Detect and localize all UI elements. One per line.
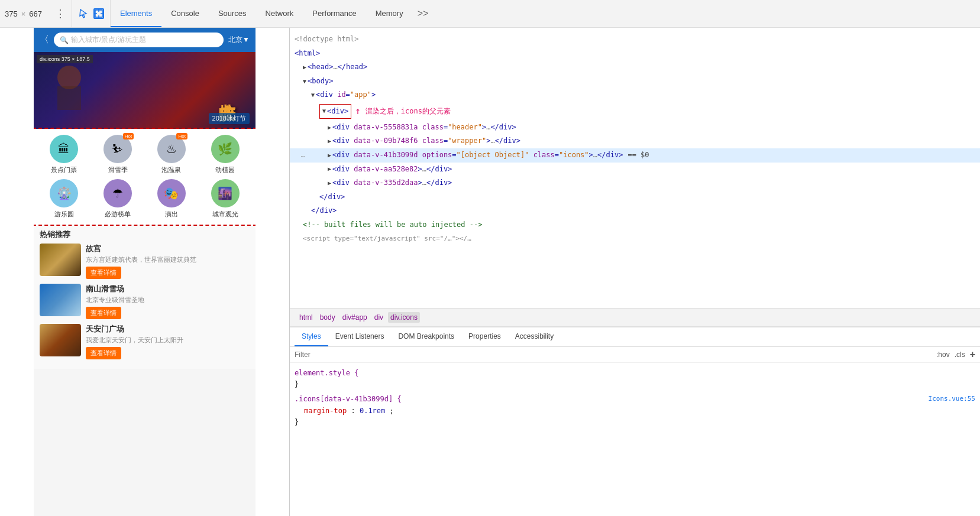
breadcrumb-divapp[interactable]: div#app bbox=[340, 312, 370, 323]
sale-detail-button[interactable]: 查看详情 bbox=[86, 307, 121, 319]
sale-item: 南山滑雪场 北京专业级滑雪圣地 查看详情 bbox=[40, 284, 250, 319]
dom-line-head[interactable]: ▶ <head>…</head> bbox=[290, 60, 980, 74]
icon-label: 必游榜单 bbox=[105, 210, 131, 219]
tab-memory[interactable]: Memory bbox=[366, 0, 413, 27]
more-options-icon[interactable]: ⋮ bbox=[49, 7, 72, 20]
sale-item: 故宫 东方宫廷建筑代表，世界富丽建筑典范 查看详情 bbox=[40, 244, 250, 279]
dom-line-comment[interactable]: <!-- built files will be auto injected -… bbox=[290, 218, 980, 232]
dom-line-close-app[interactable]: </div> bbox=[290, 204, 980, 218]
sale-name: 故宫 bbox=[86, 244, 250, 254]
banner-illustration bbox=[46, 60, 93, 119]
inspect-icon[interactable] bbox=[93, 8, 104, 19]
tab-elements[interactable]: Elements bbox=[111, 0, 161, 27]
cls-button[interactable]: .cls bbox=[955, 351, 965, 359]
file-link[interactable]: Icons.vue:55 bbox=[929, 394, 975, 404]
filter-actions: :hov .cls + bbox=[936, 349, 975, 360]
search-icon: 🔍 bbox=[60, 36, 69, 44]
tab-network[interactable]: Network bbox=[256, 0, 303, 27]
triangle-335d[interactable]: ▶ bbox=[328, 178, 331, 189]
triangle-divapp[interactable]: ▼ bbox=[311, 90, 315, 100]
add-style-button[interactable]: + bbox=[970, 349, 975, 360]
mobile-location[interactable]: 北京▼ bbox=[228, 35, 250, 45]
mobile-search-bar[interactable]: 🔍 输入城市/景点/游玩主题 bbox=[54, 33, 224, 47]
icon-circle: 🎭 bbox=[157, 179, 186, 207]
dom-line-body[interactable]: ▼ <body> bbox=[290, 74, 980, 89]
dom-line-wrapper[interactable]: ▶ <div data-v-09b748f6 class="wrapper">…… bbox=[290, 134, 980, 148]
icon-cell[interactable]: ♨ Hot 泡温泉 bbox=[147, 135, 196, 174]
tab-event-listeners[interactable]: Event Listeners bbox=[328, 327, 392, 346]
triangle-body[interactable]: ▼ bbox=[303, 76, 306, 87]
triangle-div[interactable]: ▼ bbox=[322, 106, 326, 116]
mobile-back-button[interactable]: 〈 bbox=[40, 34, 49, 46]
dom-line-close-inner[interactable]: </div> bbox=[290, 190, 980, 205]
more-tabs-icon[interactable]: >> bbox=[413, 8, 434, 19]
top-bar: 375 × 667 ⋮ Elements Console Sources Net… bbox=[0, 0, 980, 28]
breadcrumb-body[interactable]: body bbox=[318, 312, 338, 323]
icon-cell[interactable]: 🎭 演出 bbox=[147, 179, 196, 219]
tab-properties[interactable]: Properties bbox=[461, 327, 508, 346]
sale-description: 东方宫廷建筑代表，世界富丽建筑典范 bbox=[86, 255, 250, 264]
breadcrumb-divicons[interactable]: div.icons bbox=[388, 312, 420, 323]
svg-rect-6 bbox=[57, 86, 81, 110]
hov-button[interactable]: :hov bbox=[936, 351, 950, 359]
sale-name: 天安门广场 bbox=[86, 324, 250, 335]
viewport-width: 375 bbox=[5, 9, 18, 18]
icon-cell[interactable]: ⛷ Hot 滑雪季 bbox=[93, 135, 143, 174]
selected-div-box: ▼ <div> bbox=[319, 104, 351, 119]
dots-col: … bbox=[295, 150, 311, 161]
icon-label: 景点门票 bbox=[51, 165, 77, 174]
mobile-header: 〈 🔍 输入城市/景点/游玩主题 北京▼ bbox=[34, 28, 255, 52]
icon-cell[interactable]: 🌿 动植园 bbox=[200, 135, 250, 174]
styles-panel: Styles Event Listeners DOM Breakpoints P… bbox=[290, 327, 980, 516]
tab-sources[interactable]: Sources bbox=[209, 0, 256, 27]
sale-detail-button[interactable]: 查看详情 bbox=[86, 267, 121, 279]
icon-circle: 🏛 bbox=[50, 135, 78, 163]
hot-sales-section: 热销推荐 故宫 东方宫廷建筑代表，世界富丽建筑典范 查看详情 南山滑雪场 北京专… bbox=[34, 225, 255, 369]
icon-circle: 🌿 bbox=[211, 135, 240, 163]
devtools-icon-group bbox=[72, 0, 111, 27]
sale-image bbox=[40, 284, 81, 316]
icon-cell[interactable]: ☂ 必游榜单 bbox=[93, 179, 143, 219]
tab-console[interactable]: Console bbox=[161, 0, 209, 27]
tab-styles[interactable]: Styles bbox=[295, 327, 328, 346]
cursor-icon[interactable] bbox=[78, 8, 89, 19]
icon-cell[interactable]: 🏛 景点门票 bbox=[40, 135, 89, 174]
triangle-header[interactable]: ▶ bbox=[328, 122, 331, 133]
breadcrumb-html[interactable]: html bbox=[297, 312, 315, 323]
style-rule-icons: .icons[data-v-41b3099d] { Icons.vue:55 m… bbox=[295, 394, 975, 428]
dom-line-aa528e82[interactable]: ▶ <div data-v-aa528e82>…</div> bbox=[290, 163, 980, 177]
dom-line-divapp[interactable]: ▼ <div id="app"> bbox=[290, 88, 980, 102]
styles-tab-bar: Styles Event Listeners DOM Breakpoints P… bbox=[290, 327, 980, 347]
tab-dom-breakpoints[interactable]: DOM Breakpoints bbox=[391, 327, 461, 346]
dom-line-header[interactable]: ▶ <div data-v-5558831a class="header">…<… bbox=[290, 121, 980, 135]
device-frame: 〈 🔍 输入城市/景点/游玩主题 北京▼ div.icons 375 × 187… bbox=[0, 28, 289, 516]
style-rule-element: element.style { } bbox=[295, 368, 975, 390]
icon-label: 动植园 bbox=[215, 165, 235, 174]
tab-accessibility[interactable]: Accessibility bbox=[508, 327, 561, 346]
dom-line-335d2daa[interactable]: ▶ <div data-v-335d2daa>…</div> bbox=[290, 176, 980, 190]
banner-subtitle: 2018冰灯节 bbox=[209, 113, 250, 124]
breadcrumb-div[interactable]: div bbox=[372, 312, 386, 323]
dom-line-doctype[interactable]: <!doctype html> bbox=[290, 33, 980, 47]
icon-circle: 🎡 bbox=[50, 179, 78, 207]
devtools-panel: <!doctype html> <html> ▶ <head>…</head> … bbox=[290, 28, 980, 516]
triangle-icons[interactable]: ▶ bbox=[328, 150, 331, 161]
sale-info: 南山滑雪场 北京专业级滑雪圣地 查看详情 bbox=[86, 284, 250, 319]
dom-line-icons-selected[interactable]: … ▶ <div data-v-41b3099d options="[objec… bbox=[290, 148, 980, 163]
triangle-wrapper[interactable]: ▶ bbox=[328, 136, 331, 147]
sale-info: 天安门广场 我爱北京天安门，天安门上太阳升 查看详情 bbox=[86, 324, 250, 359]
icon-cell[interactable]: 🌆 城市观光 bbox=[200, 179, 250, 219]
dom-line-div-annotated[interactable]: ▼ <div> ↑ 渲染之后，icons的父元素 bbox=[290, 102, 980, 121]
devtools-tab-bar: Elements Console Sources Network Perform… bbox=[72, 0, 975, 27]
icon-cell[interactable]: 🎡 游乐园 bbox=[40, 179, 89, 219]
filter-input[interactable] bbox=[295, 351, 936, 359]
icon-circle: ⛷ Hot bbox=[104, 135, 132, 163]
dom-line-html[interactable]: <html> bbox=[290, 47, 980, 61]
icons-grid: 🏛 景点门票 ⛷ Hot 滑雪季 ♨ Hot 泡温泉 🌿 动植园 bbox=[40, 135, 250, 219]
sale-name: 南山滑雪场 bbox=[86, 284, 250, 294]
hot-badge: Hot bbox=[176, 133, 187, 139]
sale-detail-button[interactable]: 查看详情 bbox=[86, 347, 121, 359]
tab-performance[interactable]: Performance bbox=[303, 0, 366, 27]
triangle-aa528[interactable]: ▶ bbox=[328, 164, 331, 174]
triangle-head[interactable]: ▶ bbox=[303, 62, 306, 73]
